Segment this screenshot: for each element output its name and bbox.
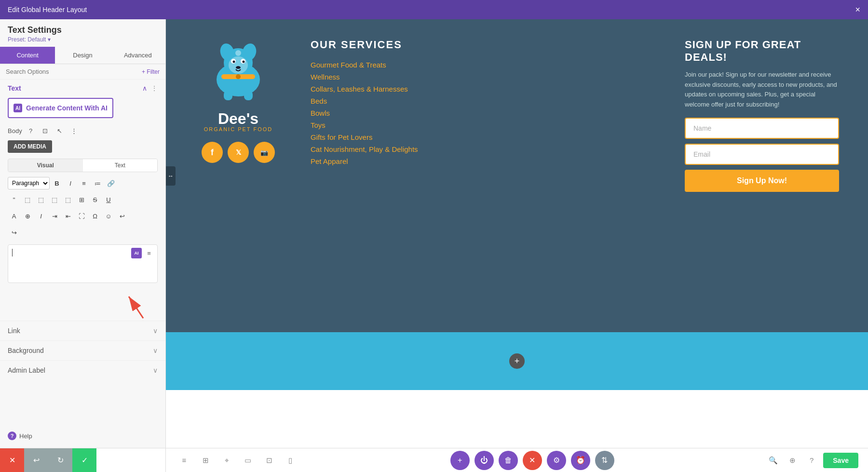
brand-sub: ORGANIC PET FOOD [204, 126, 272, 132]
module-icon[interactable]: ⊡ [40, 125, 51, 136]
tabs-container: Content Design Advanced [0, 47, 165, 64]
bold-button[interactable]: B [51, 177, 63, 189]
cancel-action-button[interactable]: ✕ [0, 448, 24, 472]
tab-design[interactable]: Design [55, 47, 110, 64]
list-item[interactable]: Gifts for Pet Lovers [311, 133, 656, 141]
unordered-list-button[interactable]: ≡ [78, 177, 90, 189]
instagram-icon[interactable]: 📷 [254, 142, 275, 163]
brand-name-block: Dee's ORGANIC PET FOOD [204, 111, 272, 132]
editor-stack-icon[interactable]: ≡ [144, 248, 154, 258]
rbt-mobile-icon[interactable]: ▯ [282, 452, 299, 469]
link-section[interactable]: Link ∨ [0, 321, 165, 340]
undo-fmt-button[interactable]: ↩ [116, 210, 128, 222]
section-toggle-icon[interactable]: ∧ [142, 84, 147, 92]
search-input[interactable] [6, 68, 138, 75]
power-button[interactable]: ⏻ [475, 451, 494, 470]
italic-button[interactable]: I [64, 177, 77, 189]
filter-button[interactable]: + Filter [142, 68, 160, 75]
list-item[interactable]: Gourmet Food & Treats [311, 61, 656, 69]
admin-label-section[interactable]: Admin Label ∨ [0, 360, 165, 380]
table-button[interactable]: ⊞ [75, 193, 88, 206]
blockquote-button[interactable]: " [8, 193, 20, 206]
cursor-icon[interactable]: ↖ [54, 125, 66, 136]
paste-button[interactable]: ⊕ [21, 210, 34, 222]
facebook-icon[interactable]: f [202, 142, 223, 163]
rbt-grid-icon[interactable]: ⊞ [197, 452, 214, 469]
special-char-button[interactable]: Ω [89, 210, 101, 222]
help-icon[interactable]: ? [8, 432, 16, 440]
rbt-search-icon[interactable]: ⌖ [218, 452, 235, 469]
format-toolbar-row4: ↪ [0, 224, 165, 241]
add-section-button[interactable]: + [509, 353, 525, 369]
delete-button[interactable]: 🗑 [499, 451, 518, 470]
rbt-desktop-icon[interactable]: ▭ [239, 452, 257, 469]
save-button[interactable]: Save [823, 453, 858, 468]
format-toolbar-row1: Paragraph B I ≡ ≔ 🔗 [0, 175, 165, 191]
services-list: Gourmet Food & Treats Wellness Collars, … [311, 61, 656, 165]
indent-button[interactable]: ⇥ [48, 210, 61, 222]
text-color-button[interactable]: A [8, 210, 20, 222]
align-justify-button[interactable]: ⬚ [62, 193, 74, 206]
align-center-button[interactable]: ⬚ [35, 193, 47, 206]
ai-icon: AI [14, 104, 22, 112]
collapse-handle[interactable]: ↔ [166, 166, 176, 186]
admin-toggle-icon: ∨ [153, 366, 158, 374]
search-area: + Filter [0, 64, 165, 80]
close-row-button[interactable]: ✕ [523, 451, 542, 470]
list-item[interactable]: Bowls [311, 109, 656, 117]
right-content: ↔ [166, 19, 868, 472]
right-bottom-toolbar: ≡ ⊞ ⌖ ▭ ⊡ ▯ + ⏻ 🗑 ✕ ⚙ ⏰ ⇅ 🔍 ⊕ ? Save [166, 448, 868, 472]
strikethrough-button[interactable]: S [89, 193, 101, 206]
rbt-menu-icon[interactable]: ≡ [176, 452, 193, 469]
emoji-button[interactable]: ☺ [102, 210, 115, 222]
help-icon-toolbar[interactable]: ? [25, 125, 37, 136]
text-editor-area[interactable]: AI ≡ [8, 244, 158, 283]
more-icon[interactable]: ⋮ [68, 125, 80, 136]
list-item[interactable]: Collars, Leashes & Harnesses [311, 85, 656, 93]
confirm-action-button[interactable]: ✓ [72, 448, 96, 472]
rbt-tablet-icon[interactable]: ⊡ [260, 452, 278, 469]
section-dots-icon[interactable]: ⋮ [151, 84, 158, 92]
underline-button[interactable]: U [102, 193, 115, 206]
align-left-button[interactable]: ⬚ [21, 193, 34, 206]
add-row-button[interactable]: + [450, 451, 470, 470]
align-right-button[interactable]: ⬚ [48, 193, 61, 206]
signup-desc: Join our pack! Sign up for our newslette… [685, 70, 839, 110]
italic2-button[interactable]: I [35, 210, 47, 222]
help-right-icon[interactable]: ? [804, 453, 819, 468]
list-item[interactable]: Toys [311, 121, 656, 129]
tab-advanced[interactable]: Advanced [110, 47, 165, 64]
outdent-button[interactable]: ⇤ [62, 210, 74, 222]
panel-preset[interactable]: Preset: Default ▾ [8, 36, 158, 43]
bottom-left-actions: ✕ ↩ ↻ ✓ [0, 448, 96, 472]
paragraph-select[interactable]: Paragraph [8, 177, 50, 189]
email-input[interactable] [685, 144, 839, 165]
tab-content[interactable]: Content [0, 47, 55, 64]
signup-button[interactable]: Sign Up Now! [685, 170, 839, 192]
fullscreen-button[interactable]: ⛶ [75, 210, 88, 222]
undo-action-button[interactable]: ↩ [24, 448, 48, 472]
list-item[interactable]: Cat Nourishment, Play & Delights [311, 145, 656, 153]
name-input[interactable] [685, 118, 839, 139]
text-mode-button[interactable]: Text [83, 159, 158, 172]
layers-icon[interactable]: ⊕ [785, 453, 800, 468]
background-section[interactable]: Background ∨ [0, 340, 165, 360]
list-item[interactable]: Pet Apparel [311, 157, 656, 165]
link-button[interactable]: 🔗 [105, 177, 117, 189]
text-section-header[interactable]: Text ∧ ⋮ [0, 80, 165, 95]
list-item[interactable]: Wellness [311, 73, 656, 81]
add-media-button[interactable]: ADD MEDIA [8, 140, 52, 153]
editor-ai-icon[interactable]: AI [131, 248, 142, 258]
generate-ai-button[interactable]: AI Generate Content With AI [8, 98, 113, 118]
ordered-list-button[interactable]: ≔ [91, 177, 104, 189]
timer-button[interactable]: ⏰ [571, 451, 590, 470]
zoom-icon[interactable]: 🔍 [765, 453, 781, 468]
settings-button[interactable]: ⚙ [547, 451, 566, 470]
visual-mode-button[interactable]: Visual [8, 159, 83, 172]
reorder-button[interactable]: ⇅ [595, 451, 614, 470]
twitter-icon[interactable]: 𝕏 [228, 142, 249, 163]
close-button[interactable]: × [855, 5, 860, 15]
list-item[interactable]: Beds [311, 97, 656, 105]
redo-fmt-button[interactable]: ↪ [8, 226, 20, 239]
redo-action-button[interactable]: ↻ [48, 448, 72, 472]
